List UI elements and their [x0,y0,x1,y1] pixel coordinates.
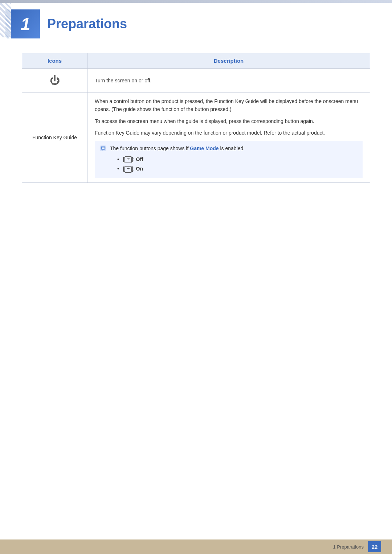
chapter-header: 1 Preparations [0,3,392,49]
power-description-text: Turn the screen on or off. [95,77,363,85]
game-icon-on [124,166,132,173]
fkg-desc-1: When a control button on the product is … [95,97,363,114]
game-mode-text: Game Mode [190,145,219,151]
power-icon: ⏻ [29,73,80,88]
table-header-icons: Icons [22,53,87,69]
note-icon [100,145,106,155]
bullet-on: [ ]: On [117,165,245,173]
power-description-cell: Turn the screen on or off. [87,69,370,93]
table-row: Function Key Guide When a control button… [22,93,370,183]
top-stripe [0,0,392,3]
chapter-number-block: 1 [11,9,40,38]
svg-point-6 [129,159,130,159]
fkg-desc-3: Function Key Guide may vary depending on… [95,129,363,137]
game-mode-bullets: [ ]: Off [110,155,245,173]
note-text-before: The function buttons page shows if [110,145,190,151]
off-label: Off [136,156,143,162]
bullet-off: [ ]: Off [117,155,245,163]
table-header-description: Description [87,53,370,69]
game-icon-off [124,156,132,163]
page-footer: 1 Preparations 22 [0,539,392,554]
on-label: On [136,166,143,172]
svg-point-10 [129,168,130,169]
table-row: ⏻ Turn the screen on or off. [22,69,370,93]
note-box: The function buttons page shows if Game … [95,141,363,178]
power-icon-cell: ⏻ [22,69,87,93]
fkg-desc-2: To access the onscreen menu when the gui… [95,117,363,125]
note-content: The function buttons page shows if Game … [110,144,245,175]
function-key-label: Function Key Guide [32,135,77,140]
info-table: Icons Description ⏻ Turn the screen on o… [22,53,370,183]
chapter-number: 1 [21,14,30,34]
function-key-description-cell: When a control button on the product is … [87,93,370,183]
content-area: Icons Description ⏻ Turn the screen on o… [0,49,392,219]
note-text-after: is enabled. [219,145,245,151]
footer-section-label: 1 Preparations [333,544,364,550]
chapter-title: Preparations [47,16,127,32]
footer-page-number: 22 [368,541,381,552]
function-key-icon-cell: Function Key Guide [22,93,87,183]
